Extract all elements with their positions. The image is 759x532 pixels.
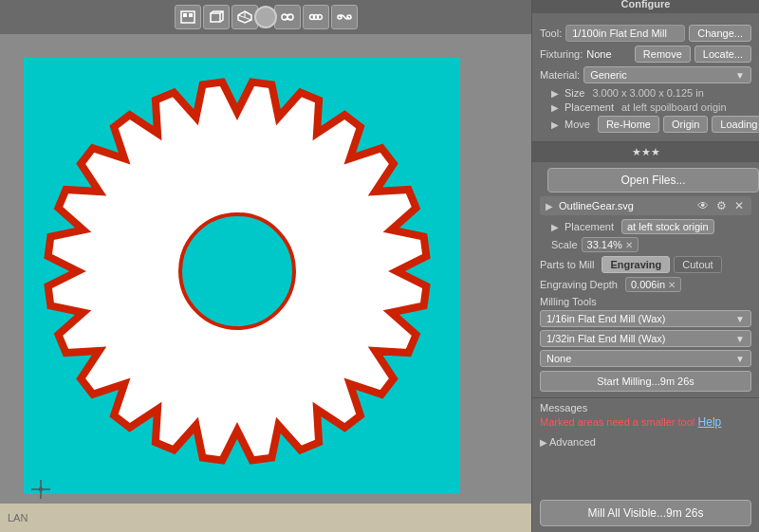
grid-canvas[interactable]	[0, 34, 531, 504]
help-link[interactable]: Help	[698, 415, 722, 429]
link2-button[interactable]	[303, 5, 329, 29]
milling-tools-label: Milling Tools	[540, 296, 751, 307]
tool1-chevron: ▼	[735, 314, 745, 324]
error-message: Marked areas need a smaller tool	[540, 416, 694, 428]
change-button[interactable]: Change...	[689, 25, 751, 42]
placement-row: ▶ Placement at left spoilboard origin	[540, 101, 751, 113]
canvas-area: LAN	[0, 0, 531, 532]
scale-value: 33.14%	[587, 239, 622, 250]
messages-label: Messages	[540, 402, 751, 413]
file-close-button[interactable]: ✕	[732, 199, 746, 212]
svg-rect-2	[189, 13, 193, 17]
mill-all-button[interactable]: Mill All Visible...9m 26s	[540, 500, 751, 526]
move-arrow: ▶	[551, 119, 559, 130]
tool3-dropdown[interactable]: None ▼	[540, 350, 751, 367]
tool1-text: 1/16in Flat End Mill (Wax)	[546, 313, 735, 324]
parts-to-mill-row: Parts to Mill Engraving Cutout	[540, 256, 751, 273]
engraving-depth-label: Engraving Depth	[540, 279, 618, 290]
loading-button[interactable]: Loading	[712, 116, 759, 133]
bottom-section: Mill All Visible...9m 26s	[532, 451, 759, 532]
tool2-dropdown[interactable]: 1/32in Flat End Mill (Wax) ▼	[540, 330, 751, 347]
material-value: Generic	[590, 69, 731, 81]
advanced-arrow: ▶	[540, 437, 547, 448]
messages-section: Messages Marked areas need a smaller too…	[532, 398, 759, 432]
tool-value: 1/100in Flat End Mill	[565, 25, 685, 42]
link1-button[interactable]	[274, 5, 301, 29]
view-toolbar-group	[175, 5, 258, 29]
advanced-label: Advanced	[549, 436, 596, 448]
files-section: ★★★ Open Files... ▶ OutlineGear.svg 👁 ⚙ …	[532, 142, 759, 398]
locate-button[interactable]: Locate...	[694, 46, 751, 63]
bottom-status-bar: LAN	[0, 504, 531, 532]
move-label: Move	[565, 119, 590, 130]
link-toolbar-group	[274, 5, 358, 29]
file-expand-arrow: ▶	[546, 201, 553, 211]
file-placement-arrow: ▶	[551, 222, 559, 232]
svg-rect-3	[211, 13, 220, 22]
remove-button[interactable]: Remove	[635, 46, 691, 63]
origin-button[interactable]: Origin	[663, 116, 708, 133]
open-files-button[interactable]: Open Files...	[547, 168, 759, 193]
file-row: ▶ OutlineGear.svg 👁 ⚙ ✕	[540, 196, 751, 215]
engraving-depth-value: 0.006in	[631, 279, 665, 290]
files-header: ★★★	[532, 142, 759, 162]
advanced-row[interactable]: ▶ Advanced	[532, 432, 759, 451]
material-row: Material: Generic ▼	[540, 66, 751, 83]
tool-row: Tool: 1/100in Flat End Mill Change...	[540, 25, 751, 42]
milling-tools-section: Milling Tools 1/16in Flat End Mill (Wax)…	[540, 296, 751, 392]
status-text: LAN	[8, 512, 28, 523]
scale-tag: 33.14% ✕	[582, 237, 639, 252]
start-milling-button[interactable]: Start Milling...9m 26s	[540, 371, 751, 392]
engraving-tab[interactable]: Engraving	[602, 256, 670, 273]
viewport	[0, 34, 531, 504]
svg-rect-1	[183, 13, 187, 17]
tool2-text: 1/32in Flat End Mill (Wax)	[546, 333, 735, 344]
right-panel: Configure Tool: 1/100in Flat End Mill Ch…	[531, 0, 759, 532]
tool2-chevron: ▼	[735, 334, 745, 344]
scale-clear-button[interactable]: ✕	[625, 240, 633, 250]
fixturing-label: Fixturing:	[540, 48, 583, 60]
fixturing-row: Fixturing: None Remove Locate...	[540, 46, 751, 63]
material-label: Material:	[540, 69, 580, 81]
size-label: Size	[565, 87, 584, 99]
tool-section: Tool: 1/100in Flat End Mill Change... Fi…	[532, 19, 759, 142]
tool-label: Tool:	[540, 28, 562, 39]
svg-point-14	[313, 15, 318, 20]
size-value: 3.000 x 3.000 x 0.125 in	[592, 87, 703, 99]
file-placement-row: ▶ Placement at left stock origin	[540, 219, 751, 234]
file-placement-value: at left stock origin	[621, 219, 714, 234]
placement-value: at left spoilboard origin	[621, 101, 727, 113]
parts-label: Parts to Mill	[540, 259, 594, 270]
drag-handle[interactable]	[254, 6, 277, 28]
size-row: ▶ Size 3.000 x 3.000 x 0.125 in	[540, 87, 751, 99]
placement-label: Placement	[565, 101, 614, 113]
tool3-chevron: ▼	[735, 354, 745, 364]
view-2d-button[interactable]	[175, 5, 201, 29]
file-name: OutlineGear.svg	[559, 200, 692, 211]
error-message-row: Marked areas need a smaller tool Help	[540, 415, 751, 429]
file-placement-label: Placement	[565, 221, 614, 232]
top-toolbar	[0, 0, 531, 34]
cutout-tab[interactable]: Cutout	[674, 256, 721, 273]
move-row: ▶ Move Re-Home Origin Loading	[540, 116, 751, 133]
view-3d-box-button[interactable]	[203, 5, 230, 29]
rehome-button[interactable]: Re-Home	[598, 116, 659, 133]
file-settings-button[interactable]: ⚙	[714, 199, 729, 212]
svg-point-18	[180, 214, 294, 328]
link3-button[interactable]	[331, 5, 358, 29]
fixturing-value: None	[586, 48, 611, 60]
file-eye-button[interactable]: 👁	[695, 199, 711, 212]
tool1-dropdown[interactable]: 1/16in Flat End Mill (Wax) ▼	[540, 310, 751, 327]
depth-clear-button[interactable]: ✕	[668, 280, 676, 290]
configure-header: Configure	[531, 0, 759, 13]
size-arrow: ▶	[551, 88, 559, 99]
scale-row: Scale 33.14% ✕	[540, 237, 751, 252]
tool3-text: None	[546, 353, 735, 364]
engraving-depth-tag: 0.006in ✕	[625, 277, 681, 292]
gear-svg	[14, 48, 479, 504]
material-dropdown[interactable]: Generic ▼	[583, 66, 751, 83]
placement-arrow: ▶	[551, 102, 559, 113]
engraving-depth-row: Engraving Depth 0.006in ✕	[540, 277, 751, 292]
scale-label: Scale	[551, 239, 578, 250]
material-chevron: ▼	[735, 70, 745, 81]
